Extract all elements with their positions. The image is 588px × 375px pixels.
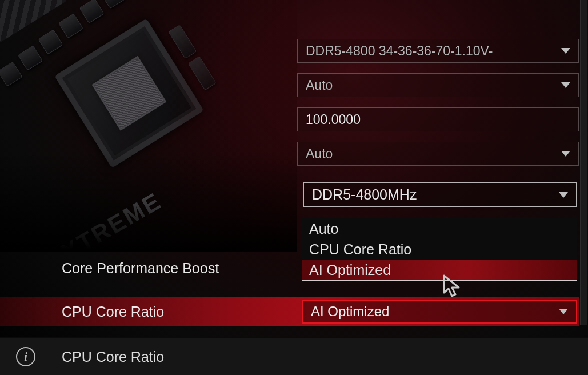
dropdown-option-auto[interactable]: Auto (302, 218, 577, 239)
chevron-down-icon (559, 192, 568, 198)
chevron-down-icon (561, 151, 570, 157)
chevron-down-icon (561, 82, 570, 88)
svg-marker-1 (561, 82, 570, 88)
svg-marker-2 (561, 151, 570, 157)
section-divider (240, 171, 588, 171)
info-icon: i (16, 347, 35, 366)
core-performance-boost-label: Core Performance Boost (0, 260, 219, 277)
svg-marker-0 (561, 48, 570, 54)
info-bar-title: CPU Core Ratio (62, 349, 164, 365)
cpu-core-ratio-select[interactable]: AI Optimized (302, 300, 577, 324)
memory-mode-select[interactable]: Auto (297, 142, 579, 166)
svg-marker-3 (559, 192, 568, 198)
bclk-value: 100.0000 (306, 112, 361, 127)
cpu-core-ratio-value: AI Optimized (311, 304, 389, 320)
memory-profile-value: DDR5-4800 34-36-36-70-1.10V- (306, 43, 493, 59)
memory-mode-value: Auto (306, 146, 333, 162)
motherboard-image: EXTREME (0, 0, 297, 252)
cpu-core-ratio-label: CPU Core Ratio (0, 304, 164, 320)
chevron-down-icon (559, 309, 568, 314)
row-cpu-core-ratio[interactable]: CPU Core Ratio AI Optimized (0, 297, 579, 326)
vertical-scrollbar[interactable] (580, 0, 587, 325)
bclk-value-field[interactable]: 100.0000 (297, 107, 579, 131)
row-core-performance-boost[interactable]: Core Performance Boost (0, 253, 579, 283)
memory-profile-select[interactable]: DDR5-4800 34-36-36-70-1.10V- (297, 39, 579, 63)
bclk-mode-value: Auto (306, 78, 333, 93)
bclk-mode-select[interactable]: Auto (297, 73, 579, 97)
svg-marker-4 (559, 309, 568, 314)
chevron-down-icon (561, 48, 570, 54)
memory-frequency-select[interactable]: DDR5-4800MHz (303, 182, 577, 207)
memory-frequency-value: DDR5-4800MHz (312, 186, 417, 203)
info-bar: i CPU Core Ratio (0, 337, 588, 375)
